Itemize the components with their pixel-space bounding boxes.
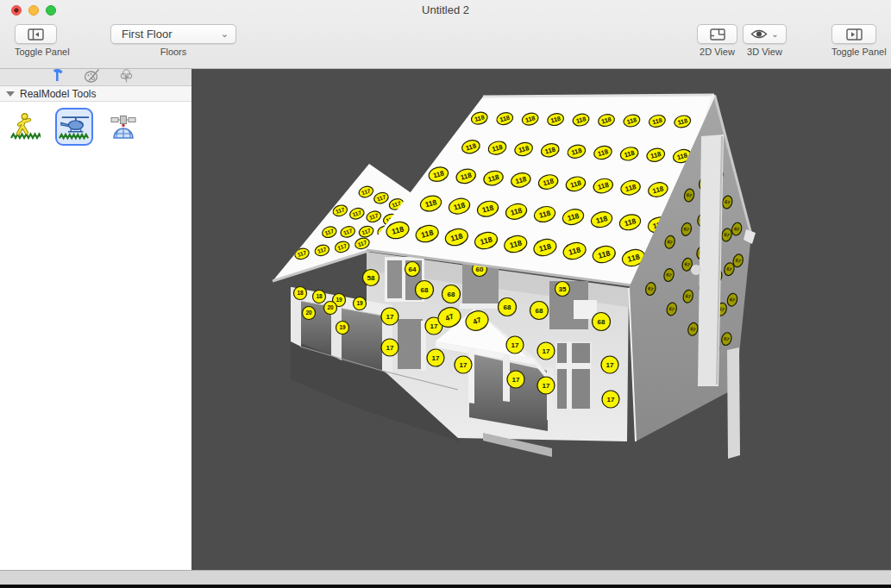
marker-68: 68: [530, 302, 549, 320]
2d-view-button[interactable]: [697, 24, 737, 44]
walk-person-icon: [9, 111, 41, 142]
sidebar: RealModel Tools: [0, 69, 191, 570]
chevron-down-icon: ⌄: [221, 28, 229, 40]
marker-17: 17: [381, 308, 398, 325]
marker-17: 17: [601, 356, 618, 373]
floor-plan-icon: [710, 28, 725, 41]
toggle-left-panel-label: Toggle Panel: [15, 47, 57, 57]
svg-text:17: 17: [430, 322, 438, 330]
svg-text:18: 18: [316, 293, 323, 299]
fly-tool-button[interactable]: [55, 108, 93, 146]
marker-68: 68: [442, 285, 461, 303]
svg-text:18: 18: [297, 290, 304, 296]
svg-text:19: 19: [356, 300, 363, 306]
toggle-right-panel-label: Toggle Panel: [831, 47, 876, 57]
window-bottom-edge: [0, 585, 891, 588]
svg-text:17: 17: [386, 344, 394, 352]
marker-17: 17: [537, 377, 555, 394]
3d-view-label: 3D View: [743, 47, 787, 57]
status-bar: [0, 570, 891, 585]
svg-text:17: 17: [606, 361, 614, 369]
sidebar-tabstrip: [0, 69, 191, 86]
marker-17: 17: [455, 356, 472, 373]
svg-text:17: 17: [543, 347, 550, 355]
svg-text:68: 68: [421, 286, 429, 294]
realmodel-tools-section-header[interactable]: RealModel Tools: [0, 86, 191, 102]
floors-dropdown[interactable]: First Floor ⌄: [110, 24, 236, 44]
3d-view-button[interactable]: ⌄: [743, 24, 787, 44]
svg-text:68: 68: [598, 318, 606, 326]
tool-row: [0, 102, 191, 146]
eye-icon: [750, 28, 768, 40]
svg-text:19: 19: [336, 297, 342, 303]
svg-text:17: 17: [607, 396, 615, 403]
marker-64: 64: [405, 262, 420, 277]
marker-58: 58: [363, 270, 380, 286]
marker-17: 17: [381, 339, 398, 356]
marker-35: 35: [555, 282, 570, 297]
marker-68: 68: [416, 281, 434, 299]
svg-text:20: 20: [327, 304, 334, 310]
window-title: Untitled 2: [0, 3, 891, 16]
svg-text:17: 17: [432, 354, 440, 362]
palette-icon: [84, 68, 100, 83]
svg-text:20: 20: [305, 310, 312, 316]
panel-collapse-left-icon: [28, 28, 44, 41]
svg-text:68: 68: [504, 303, 511, 311]
svg-text:68: 68: [536, 307, 543, 315]
tab-build-tools[interactable]: [50, 68, 65, 86]
marker-20: 20: [303, 307, 316, 320]
svg-text:17: 17: [511, 341, 519, 349]
marker-18: 18: [294, 287, 307, 300]
walk-tool-button[interactable]: [6, 108, 44, 146]
svg-text:19: 19: [339, 324, 346, 330]
chevron-down-icon: ⌄: [771, 29, 778, 39]
tree-icon: [119, 68, 134, 84]
orbit-tool-button[interactable]: [104, 108, 142, 146]
toggle-left-panel-button[interactable]: [15, 24, 57, 44]
svg-text:64: 64: [409, 266, 417, 273]
disclosure-triangle-icon: [6, 91, 15, 97]
marker-17: 17: [602, 391, 619, 408]
svg-text:58: 58: [367, 274, 375, 282]
app-window: Untitled 2 Toggle Panel First Floor ⌄ Fl…: [0, 0, 891, 588]
marker-68: 68: [499, 298, 517, 316]
window-chrome: Untitled 2 Toggle Panel First Floor ⌄ Fl…: [0, 0, 891, 69]
2d-view-label: 2D View: [697, 47, 737, 57]
panel-collapse-right-icon: [846, 28, 863, 41]
marker-19: 19: [354, 297, 367, 310]
floors-label: Floors: [110, 47, 236, 57]
marker-17: 17: [427, 349, 444, 366]
house-model: 1171171171171171171171171171171171171171…: [191, 69, 891, 570]
hammer-icon: [50, 68, 65, 83]
marker-17: 17: [506, 336, 524, 353]
marker-19: 19: [336, 322, 349, 335]
svg-text:17: 17: [543, 382, 550, 390]
marker-17: 17: [507, 371, 524, 388]
satellite-globe-icon: [108, 111, 139, 142]
svg-text:17: 17: [512, 376, 520, 384]
tab-landscape[interactable]: [119, 68, 134, 87]
marker-68: 68: [593, 313, 611, 331]
tab-materials[interactable]: [84, 68, 100, 86]
floors-dropdown-value: First Floor: [122, 28, 173, 41]
section-title: RealModel Tools: [20, 88, 97, 100]
marker-17: 17: [537, 342, 555, 360]
svg-text:68: 68: [448, 291, 455, 298]
marker-20: 20: [324, 302, 337, 315]
toggle-right-panel-button[interactable]: [831, 24, 876, 44]
svg-text:35: 35: [559, 285, 567, 293]
3d-viewport[interactable]: 1171171171171171171171171171171171171171…: [191, 69, 891, 570]
svg-text:17: 17: [386, 313, 394, 321]
helicopter-icon: [58, 111, 91, 142]
marker-18: 18: [313, 291, 326, 303]
svg-text:17: 17: [460, 361, 467, 369]
